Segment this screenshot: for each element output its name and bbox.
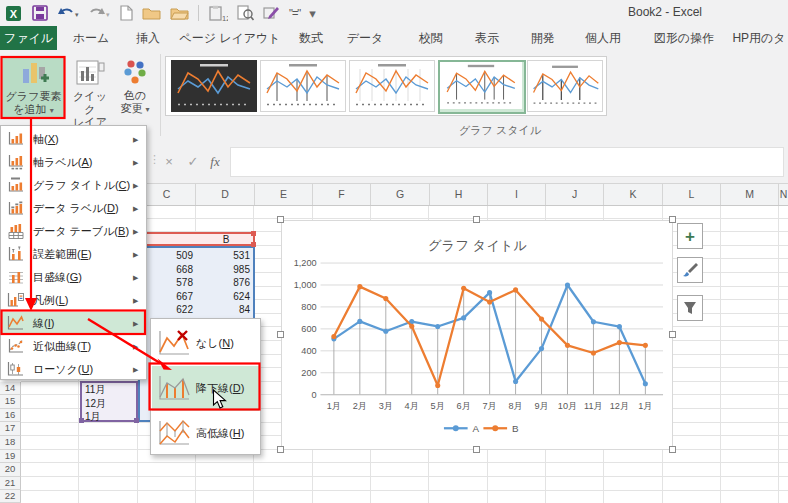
cell-d5[interactable]: 985 — [197, 263, 253, 276]
cell-b16[interactable]: 1月 — [85, 410, 137, 423]
column-header-g[interactable]: G — [371, 184, 430, 205]
cell-d8[interactable]: 84 — [197, 303, 253, 316]
equals-formula-icon[interactable]: "=" — [289, 4, 300, 22]
submenu-item-high-low-lines[interactable]: 高低線(H) — [152, 411, 259, 456]
cell-c5[interactable]: 668 — [140, 263, 196, 276]
cell-d7[interactable]: 624 — [197, 290, 253, 303]
row-header-16[interactable]: 16 — [0, 409, 21, 423]
cell-c6[interactable]: 578 — [140, 276, 196, 289]
insert-function-icon[interactable]: fx — [204, 149, 226, 175]
tab-personal[interactable]: 個人用 — [576, 26, 630, 50]
chart-selection-handle[interactable] — [277, 331, 284, 338]
chart-selection-handle[interactable] — [473, 216, 480, 223]
column-header-k[interactable]: K — [604, 184, 663, 205]
chart-style-brush-button[interactable] — [677, 257, 703, 283]
tab-insert[interactable]: 挿入 — [124, 26, 172, 50]
menu-item-chart-title[interactable]: グラフ タイトル(C) ▶ — [2, 174, 145, 197]
chart-elements-plus-button[interactable]: + — [677, 223, 703, 249]
open-folder-icon[interactable] — [142, 4, 161, 22]
cell-c8[interactable]: 622 — [140, 303, 196, 316]
qat-customize-icon[interactable]: ▾ — [309, 4, 316, 22]
tab-developer[interactable]: 開発 — [522, 26, 564, 50]
open-folder-alt-icon[interactable] — [170, 4, 189, 22]
tab-data[interactable]: データ — [340, 26, 390, 50]
column-header-l[interactable]: L — [663, 184, 721, 205]
submenu-item-drop-lines[interactable]: 降下線(D) — [152, 366, 259, 411]
submenu-item-none[interactable]: なし(N) — [152, 321, 259, 366]
save-icon[interactable] — [32, 4, 48, 22]
column-header-m[interactable]: M — [721, 184, 779, 205]
row-header-15[interactable]: 15 — [0, 395, 21, 409]
chart-style-thumb-5[interactable] — [527, 60, 603, 112]
menu-item-data-labels[interactable]: データ ラベル(D) ▶ — [2, 197, 145, 220]
new-document-icon[interactable] — [119, 4, 133, 22]
chart-selection-handle[interactable] — [277, 216, 284, 223]
tab-shape-operations[interactable]: 図形の操作 — [644, 26, 724, 50]
range-handle[interactable] — [251, 242, 256, 247]
tab-view[interactable]: 表示 — [466, 26, 508, 50]
cell-c7[interactable]: 667 — [140, 290, 196, 303]
row-header-20[interactable]: 20 — [0, 463, 21, 477]
column-header-e[interactable]: E — [255, 184, 313, 205]
excel-logo-icon[interactable]: X — [6, 4, 23, 22]
chart-selection-handle[interactable] — [669, 446, 676, 453]
series-name-range[interactable]: B — [138, 232, 255, 246]
menu-item-gridlines[interactable]: 目盛線(G) ▶ — [2, 266, 145, 289]
cell-b14[interactable]: 11月 — [85, 383, 137, 396]
menu-item-axis-titles[interactable]: 軸ラベル(A) ▶ — [2, 151, 145, 174]
change-colors-button[interactable]: 色の 変更 ▾ — [113, 57, 157, 118]
range-handle[interactable] — [134, 418, 139, 423]
range-handle[interactable] — [251, 231, 256, 236]
chart-style-thumb-3[interactable] — [349, 60, 435, 112]
print-preview-icon[interactable] — [237, 4, 254, 22]
column-header-h[interactable]: H — [430, 184, 488, 205]
row-header-14[interactable]: 14 — [0, 382, 21, 396]
edit-purple-icon[interactable] — [263, 4, 280, 22]
row-header-19[interactable]: 19 — [0, 450, 21, 464]
category-range[interactable]: 11月 12月 1月 — [80, 381, 138, 422]
column-header-f[interactable]: F — [313, 184, 371, 205]
chart-selection-handle[interactable] — [669, 331, 676, 338]
menu-item-axes[interactable]: 軸(X) ▶ — [2, 128, 145, 151]
tab-home[interactable]: ホーム — [66, 26, 116, 50]
menu-item-updown-bars[interactable]: ローソク(U) ▶ — [2, 358, 145, 381]
column-header-n[interactable]: N — [779, 184, 788, 205]
cell-b15[interactable]: 12月 — [85, 397, 137, 410]
cancel-icon[interactable]: × — [158, 149, 180, 175]
chart-style-thumb-4-selected[interactable] — [438, 60, 526, 114]
menu-item-legend[interactable]: 凡例(L) ▶ — [2, 289, 145, 312]
row-header-17[interactable]: 17 — [0, 422, 21, 436]
cell-c4[interactable]: 509 — [140, 249, 196, 262]
menu-item-data-table[interactable]: データ テーブル(B) ▶ — [2, 220, 145, 243]
chart-area[interactable]: 02004006008001,0001,2001月2月3月4月5月6月7月8月9… — [281, 220, 673, 450]
cell-d6[interactable]: 876 — [197, 276, 253, 289]
row-header-22[interactable]: 22 — [0, 490, 21, 503]
undo-icon[interactable]: ▾ — [57, 4, 79, 22]
cell-d4[interactable]: 531 — [197, 249, 253, 262]
menu-item-trendline[interactable]: 近似曲線(T) ▶ — [2, 335, 145, 358]
menu-item-lines[interactable]: 線(I) ▶ — [2, 312, 145, 335]
redo-icon[interactable]: ▾ — [88, 4, 110, 22]
range-handle[interactable] — [79, 418, 84, 423]
column-header-j[interactable]: J — [546, 184, 604, 205]
chart-filter-funnel-button[interactable] — [677, 295, 703, 321]
tab-hp[interactable]: HP用のタブ — [730, 26, 788, 50]
formula-input[interactable] — [230, 147, 784, 177]
tab-review[interactable]: 校閲 — [408, 26, 454, 50]
series-header-cell[interactable]: B — [198, 233, 254, 246]
menu-item-error-bars[interactable]: 誤差範囲(E) ▶ — [2, 243, 145, 266]
tab-formulas[interactable]: 数式 — [288, 26, 334, 50]
quick-layout-button[interactable]: クイック レイアウト ▾ — [69, 57, 111, 118]
tab-page-layout[interactable]: ページ レイアウト — [178, 26, 282, 50]
chart-selection-handle[interactable] — [473, 446, 480, 453]
column-header-d[interactable]: D — [196, 184, 255, 205]
chart-style-thumb-2[interactable] — [260, 60, 346, 112]
chart-style-thumb-1[interactable] — [171, 60, 257, 112]
chart-selection-handle[interactable] — [669, 216, 676, 223]
chart-selection-handle[interactable] — [277, 446, 284, 453]
add-chart-element-button[interactable]: グラフ要素 を追加 ▾ — [2, 57, 65, 118]
tab-file[interactable]: ファイル — [0, 26, 57, 50]
row-header-18[interactable]: 18 — [0, 436, 21, 450]
paste-special-icon[interactable]: 12 — [208, 4, 228, 22]
column-header-i[interactable]: I — [488, 184, 546, 205]
